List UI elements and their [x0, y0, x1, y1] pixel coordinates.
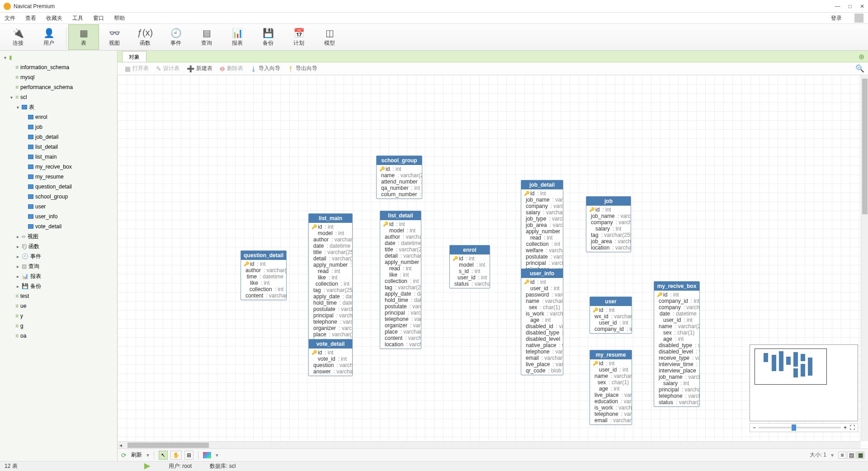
entity-header[interactable]: user: [590, 297, 632, 306]
table-job_detail[interactable]: job_detail: [22, 133, 117, 141]
entity-header[interactable]: question_detail: [241, 251, 286, 260]
tab-objects[interactable]: 对象: [122, 51, 146, 62]
tables-folder[interactable]: ▾表: [15, 103, 117, 111]
toolbar-model-button[interactable]: ◫模型: [314, 24, 345, 50]
entity-job_detail[interactable]: job_detail🔑id: intjob_name: varcha...com…: [521, 180, 563, 280]
new-table-button[interactable]: ➕新建表: [184, 64, 215, 73]
entity-header[interactable]: job_detail: [521, 180, 563, 189]
zoom-slider[interactable]: [759, 427, 841, 429]
layout-mode-button[interactable]: ⊞: [184, 451, 193, 460]
design-table-button[interactable]: ✎设计表: [153, 64, 182, 73]
table-list_detail[interactable]: list_detail: [22, 143, 117, 151]
entity-user_info[interactable]: user_info🔑id: intuser_id: intpassword: v…: [521, 268, 563, 375]
close-button[interactable]: ✕: [860, 3, 864, 9]
entity-header[interactable]: my_resume: [590, 350, 632, 359]
entity-my_recive_box[interactable]: my_recive_box🔑id: intcompany_id: intcomp…: [654, 281, 700, 407]
db-mysql[interactable]: ≡mysql: [9, 73, 117, 81]
import-wizard-button[interactable]: ⭳导入向导: [248, 64, 283, 73]
menu-tools[interactable]: 工具: [72, 14, 83, 22]
pointer-mode-button[interactable]: ↖: [159, 451, 168, 460]
login-link[interactable]: 登录: [831, 14, 842, 22]
toolbar-backup-button[interactable]: 💾备份: [253, 24, 283, 50]
toolbar-func-button[interactable]: ƒ(x)函数: [130, 24, 160, 50]
entity-header[interactable]: my_recive_box: [654, 282, 699, 291]
entity-job[interactable]: job🔑id: intjob_name: varcha...company: v…: [586, 196, 631, 252]
events-folder[interactable]: ▸🕘事件: [15, 252, 117, 260]
export-wizard-button[interactable]: ⭱导出向导: [285, 64, 320, 73]
list-view-button[interactable]: ≡: [838, 452, 846, 459]
views-folder[interactable]: ▸∞视图: [15, 232, 117, 240]
db-information_schema[interactable]: ≡information_schema: [9, 63, 117, 71]
add-tab-icon[interactable]: ⊕: [859, 52, 864, 61]
table-vote_detail[interactable]: vote_detail: [22, 222, 117, 231]
minimap[interactable]: [750, 344, 858, 421]
object-tree-sidebar[interactable]: ▾▮≡information_schema≡mysql≡performance_…: [0, 51, 118, 461]
toolbar-query-button[interactable]: ▤查询: [191, 24, 222, 50]
zoom-out-icon[interactable]: −: [753, 424, 756, 431]
db-test[interactable]: ≡test: [9, 292, 117, 300]
zoom-handle[interactable]: [792, 424, 796, 431]
table-job[interactable]: job: [22, 123, 117, 131]
table-enrol[interactable]: enrol: [22, 113, 117, 121]
toolbar-table-button[interactable]: ▦表: [68, 24, 99, 50]
hand-mode-button[interactable]: ✋: [170, 451, 182, 460]
toolbar-user-button[interactable]: 👤用户: [33, 24, 64, 50]
refresh-icon[interactable]: ⟳: [121, 452, 127, 459]
toolbar-report-button[interactable]: 📊报表: [222, 24, 253, 50]
table-my_recive_box[interactable]: my_recive_box: [22, 163, 117, 171]
connection-node[interactable]: ▾▮: [3, 53, 117, 61]
menu-help[interactable]: 帮助: [114, 14, 125, 22]
table-user[interactable]: user: [22, 203, 117, 211]
entity-enrol[interactable]: enrol🔑id: intmodel: ints_id: intuser_id:…: [449, 245, 490, 288]
menu-fav[interactable]: 收藏夹: [46, 14, 62, 22]
toolbar-event-button[interactable]: 🕘事件: [160, 24, 191, 50]
entity-my_resume[interactable]: my_resume🔑id: intuser_id: intname: varch…: [590, 350, 632, 425]
open-table-button[interactable]: ▦打开表: [122, 64, 151, 73]
entity-vote_detail[interactable]: vote_detail🔑id: intvote_id: intquestion:…: [308, 339, 353, 376]
db-ue[interactable]: ≡ue: [9, 302, 117, 310]
entity-header[interactable]: user_info: [521, 269, 563, 278]
zoom-fit-icon[interactable]: ⛶: [849, 424, 855, 431]
color-picker-icon[interactable]: [203, 452, 211, 458]
zoom-bar[interactable]: − + ⛶: [750, 423, 858, 432]
table-question_detail[interactable]: question_detail: [22, 183, 117, 191]
refresh-label[interactable]: 刷新: [131, 451, 142, 459]
backups-folder[interactable]: ▸💾备份: [15, 282, 117, 290]
table-user_info[interactable]: user_info: [22, 212, 117, 221]
entity-list_detail[interactable]: list_detail🔑id: intmodel: intauthor: var…: [380, 211, 421, 349]
db-performance_schema[interactable]: ≡performance_schema: [9, 83, 117, 91]
delete-table-button[interactable]: ⊖删除表: [217, 64, 246, 73]
entity-header[interactable]: enrol: [450, 245, 490, 254]
entity-header[interactable]: list_detail: [380, 211, 421, 220]
table-school_group[interactable]: school_group: [22, 193, 117, 201]
db-oa[interactable]: ≡oa: [9, 332, 117, 340]
db-scl[interactable]: ▾≡scl: [9, 93, 117, 101]
avatar-icon[interactable]: [854, 14, 863, 23]
entity-user[interactable]: user🔑id: intwx_id: varchar(255)user_id: …: [590, 297, 632, 334]
maximize-button[interactable]: □: [849, 3, 852, 9]
table-my_resume[interactable]: my_resume: [22, 173, 117, 181]
entity-header[interactable]: vote_detail: [309, 339, 352, 349]
minimize-button[interactable]: —: [835, 3, 840, 9]
v-scrollbar[interactable]: [861, 75, 868, 441]
entity-header[interactable]: job: [586, 197, 631, 206]
detail-view-button[interactable]: ▤: [847, 452, 855, 459]
menu-file[interactable]: 文件: [5, 14, 15, 22]
toolbar-plan-button[interactable]: 📅计划: [283, 24, 314, 50]
er-view-button[interactable]: ▦: [856, 452, 864, 459]
entity-header[interactable]: school_group: [377, 156, 422, 165]
zoom-in-icon[interactable]: +: [844, 424, 847, 431]
toolbar-connect-button[interactable]: 🔌连接: [3, 24, 33, 50]
menu-view[interactable]: 查看: [25, 14, 36, 22]
search-icon[interactable]: 🔍: [855, 64, 864, 73]
db-y[interactable]: ≡y: [9, 312, 117, 320]
funcs-folder[interactable]: ▸f()函数: [15, 242, 117, 250]
entity-school_group[interactable]: school_group🔑id: intname: varchar(255)at…: [376, 155, 422, 199]
menu-window[interactable]: 窗口: [93, 14, 104, 22]
h-scrollbar[interactable]: ◂: [118, 441, 861, 448]
entity-header[interactable]: list_main: [309, 214, 352, 223]
queries-folder[interactable]: ▸▤查询: [15, 262, 117, 270]
toolbar-view-button[interactable]: 👓视图: [99, 24, 130, 50]
entity-question_detail[interactable]: question_detail🔑id: intauthor: varchar(2…: [241, 250, 287, 300]
db-g[interactable]: ≡g: [9, 322, 117, 330]
